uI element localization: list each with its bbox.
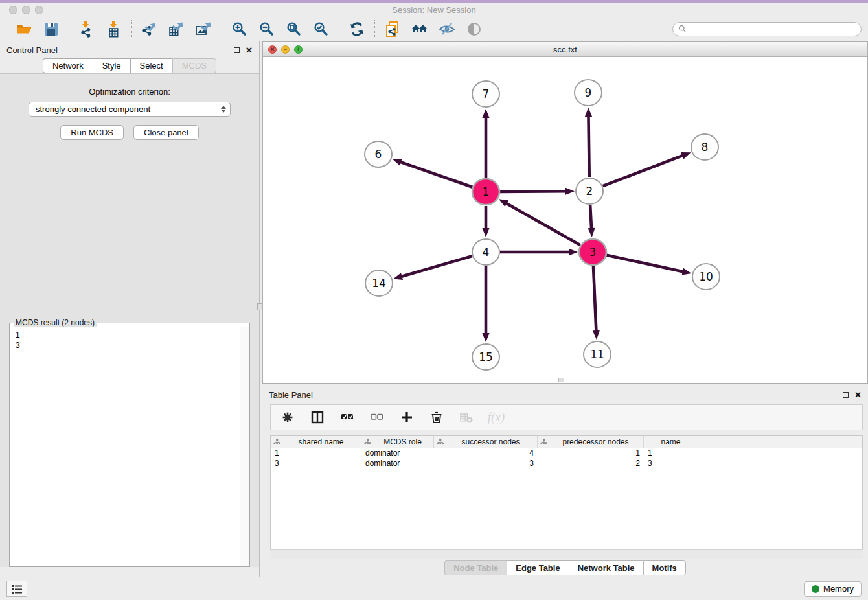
column-header-MCDS-role[interactable]: MCDS role bbox=[361, 436, 434, 448]
graph-edge-3-11[interactable] bbox=[593, 266, 597, 334]
tab-motifs[interactable]: Motifs bbox=[643, 560, 686, 575]
window-controls[interactable] bbox=[9, 6, 43, 14]
tab-select[interactable]: Select bbox=[130, 58, 172, 73]
edge-arrowhead bbox=[681, 152, 691, 159]
open-session-icon bbox=[16, 21, 32, 38]
import-network-button[interactable] bbox=[78, 20, 96, 38]
column-header-successor-nodes[interactable]: successor nodes bbox=[434, 436, 538, 448]
graph-edge-2-3[interactable] bbox=[590, 205, 591, 231]
edge-arrowhead bbox=[565, 188, 575, 195]
close-panel-icon[interactable]: ✕ bbox=[246, 47, 253, 53]
destroy-table-icon bbox=[460, 411, 473, 424]
select-stepper-icon bbox=[221, 106, 226, 113]
graph-edge-2-9[interactable] bbox=[588, 113, 589, 177]
close-table-panel-icon[interactable]: ✕ bbox=[854, 392, 862, 398]
zoom-in-button[interactable] bbox=[231, 20, 249, 38]
network-graph[interactable]: 7968124314101511 bbox=[263, 57, 866, 383]
graph-edge-3-1[interactable] bbox=[504, 202, 580, 245]
column-header-predecessor-nodes[interactable]: predecessor nodes bbox=[538, 436, 644, 448]
table-cell[interactable]: 3 bbox=[434, 459, 538, 469]
table-cell[interactable]: 3 bbox=[271, 459, 361, 469]
minimize-window-button[interactable] bbox=[22, 6, 30, 14]
table-cell[interactable]: 1 bbox=[538, 448, 644, 459]
main-toolbar bbox=[0, 17, 868, 41]
close-window-button[interactable] bbox=[9, 6, 17, 14]
memory-button[interactable]: Memory bbox=[804, 581, 862, 597]
node-label: 4 bbox=[483, 246, 490, 259]
clone-network-button[interactable] bbox=[383, 20, 402, 38]
network-close-button[interactable]: ✕ bbox=[268, 45, 277, 54]
table-cell[interactable]: 2 bbox=[538, 459, 644, 469]
add-column-button[interactable] bbox=[399, 410, 415, 425]
zoom-out-button[interactable] bbox=[258, 20, 276, 38]
table-row[interactable]: 3dominator323 bbox=[271, 459, 862, 469]
export-network-icon bbox=[141, 21, 158, 38]
close-panel-button[interactable]: Close panel bbox=[133, 125, 199, 140]
graph-edge-2-8[interactable] bbox=[603, 154, 686, 186]
home-layout-icon bbox=[411, 21, 428, 38]
show-hidden-icon bbox=[466, 21, 483, 38]
table-cell[interactable]: 4 bbox=[434, 448, 538, 459]
delete-column-button[interactable] bbox=[429, 410, 444, 425]
graph-edge-4-14[interactable] bbox=[399, 256, 472, 277]
criterion-select[interactable]: strongly connected component bbox=[29, 102, 231, 117]
zoom-fit-button[interactable] bbox=[285, 20, 303, 38]
network-maximize-button[interactable]: + bbox=[294, 45, 303, 54]
graph-edge-3-10[interactable] bbox=[606, 255, 685, 273]
select-all-checkboxes-button[interactable] bbox=[339, 410, 355, 425]
network-minimize-button[interactable]: − bbox=[281, 45, 290, 54]
column-header-shared-name[interactable]: shared name bbox=[271, 436, 361, 448]
vertical-splitter[interactable] bbox=[259, 41, 262, 577]
float-table-panel-icon[interactable] bbox=[843, 392, 849, 398]
export-table-button[interactable] bbox=[168, 20, 186, 38]
tab-network-table[interactable]: Network Table bbox=[569, 560, 643, 575]
graph-edge-1-2[interactable] bbox=[500, 191, 569, 192]
graph-edge-1-6[interactable] bbox=[398, 161, 472, 187]
table-row[interactable]: 1dominator411 bbox=[271, 448, 862, 459]
float-panel-icon[interactable] bbox=[234, 47, 240, 53]
criterion-value: strongly connected component bbox=[36, 104, 221, 114]
export-image-button[interactable] bbox=[195, 20, 213, 38]
column-attribute-icon bbox=[364, 438, 372, 446]
open-session-button[interactable] bbox=[15, 20, 33, 38]
table-cell[interactable]: dominator bbox=[361, 448, 434, 459]
save-session-button[interactable] bbox=[42, 20, 60, 38]
hide-selected-button[interactable] bbox=[438, 20, 456, 38]
optimization-criterion-label: Optimization criterion: bbox=[0, 87, 259, 97]
search-field[interactable] bbox=[672, 22, 862, 36]
deselect-all-checkboxes-button[interactable] bbox=[369, 410, 385, 425]
function-builder-button: f(x) bbox=[488, 410, 504, 425]
tab-mcds[interactable]: MCDS bbox=[172, 58, 216, 73]
column-view-button[interactable] bbox=[310, 410, 325, 425]
tab-node-table[interactable]: Node Table bbox=[444, 560, 507, 575]
tab-style[interactable]: Style bbox=[93, 58, 130, 73]
refresh-view-icon bbox=[348, 21, 365, 38]
table-cell[interactable]: 1 bbox=[644, 448, 698, 459]
import-table-button[interactable] bbox=[105, 20, 123, 38]
canvas-scroll-grip[interactable] bbox=[558, 378, 564, 382]
table-cell[interactable]: 3 bbox=[644, 459, 698, 469]
mcds-result-list[interactable]: 13 bbox=[10, 327, 249, 566]
column-header-name[interactable]: name bbox=[644, 436, 698, 448]
table-tabs: Node TableEdge TableNetwork TableMotifs bbox=[262, 559, 868, 577]
tab-network[interactable]: Network bbox=[43, 58, 93, 73]
zoom-window-button[interactable] bbox=[35, 6, 43, 14]
refresh-view-button[interactable] bbox=[348, 20, 366, 38]
network-window-titlebar[interactable]: ✕ − + scc.txt bbox=[263, 42, 867, 57]
home-layout-button[interactable] bbox=[411, 20, 429, 38]
table-cell[interactable]: 1 bbox=[271, 448, 361, 459]
tab-edge-table[interactable]: Edge Table bbox=[507, 560, 568, 575]
app-titlebar[interactable]: Session: New Session bbox=[0, 3, 868, 17]
network-canvas[interactable]: 7968124314101511 bbox=[263, 57, 867, 383]
run-mcds-button[interactable]: Run MCDS bbox=[60, 125, 124, 140]
mcds-result-box: MCDS result (2 nodes) 13 bbox=[9, 323, 250, 567]
zoom-selected-button[interactable] bbox=[312, 20, 330, 38]
splitter-grip[interactable] bbox=[257, 303, 263, 310]
export-network-button[interactable] bbox=[141, 20, 159, 38]
memory-label: Memory bbox=[823, 584, 854, 594]
table-settings-button[interactable] bbox=[280, 410, 295, 425]
table-panel-title: Table Panel bbox=[269, 390, 313, 400]
task-history-button[interactable] bbox=[6, 581, 27, 597]
search-input[interactable] bbox=[690, 25, 856, 34]
table-cell[interactable]: dominator bbox=[361, 459, 434, 469]
